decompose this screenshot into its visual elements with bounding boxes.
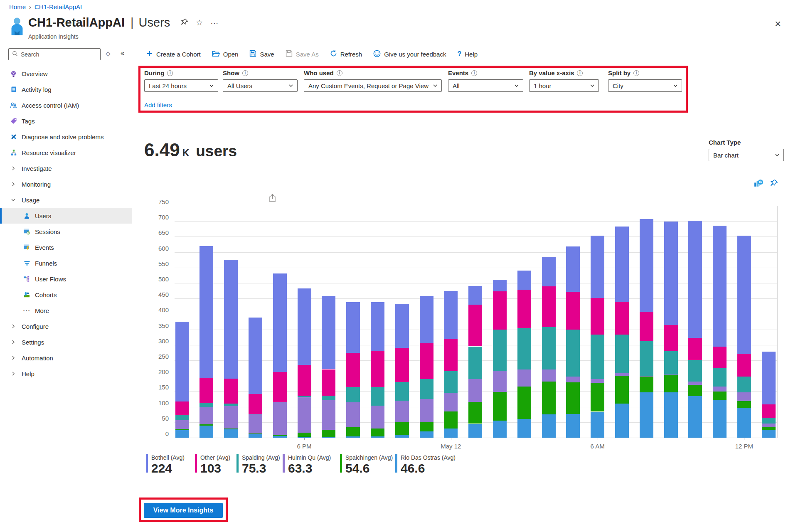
bar-segment-spalding[interactable] — [517, 328, 531, 369]
bar-segment-rio-das-ostras[interactable] — [322, 437, 335, 438]
bar-segment-other[interactable] — [517, 290, 531, 328]
sidebar-item-users[interactable]: Users — [0, 208, 132, 224]
bar-segment-rio-das-ostras[interactable] — [664, 392, 678, 438]
bar-segment-other[interactable] — [224, 379, 238, 404]
filter-dropdown-during[interactable]: Last 24 hours — [144, 79, 218, 92]
sidebar-item-diagnose-and-solve-problems[interactable]: Diagnose and solve problems — [0, 129, 132, 145]
toolbar-refresh-button[interactable]: Refresh — [330, 50, 362, 58]
sidebar-item-resource-visualizer[interactable]: Resource visualizer — [0, 145, 132, 160]
bar-segment-other[interactable] — [615, 302, 629, 335]
bar-segment-other[interactable] — [688, 338, 702, 360]
bar-segment-spalding[interactable] — [566, 330, 580, 377]
bar-segment-bothell[interactable] — [762, 352, 776, 404]
bar-segment-huimin-qu[interactable] — [762, 424, 776, 428]
bar-segment-rio-das-ostras[interactable] — [395, 435, 409, 438]
bar-segment-spaichingen[interactable] — [298, 433, 311, 437]
export-icon[interactable] — [268, 194, 276, 204]
bar-segment-rio-das-ostras[interactable] — [224, 429, 238, 438]
bar-segment-rio-das-ostras[interactable] — [737, 408, 751, 438]
info-icon[interactable]: i — [167, 70, 173, 76]
bar-segment-bothell[interactable] — [371, 302, 384, 351]
bar-segment-bothell[interactable] — [640, 219, 653, 312]
bar-segment-rio-das-ostras[interactable] — [566, 414, 580, 438]
bar-segment-spalding[interactable] — [273, 402, 287, 403]
bar-segment-spalding[interactable] — [200, 403, 213, 407]
filter-dropdown-show[interactable]: All Users — [223, 79, 298, 92]
legend-item-other-avg[interactable]: Other (Avg)103 — [195, 454, 230, 475]
sidebar-item-help[interactable]: Help — [0, 366, 132, 382]
bar-segment-spalding[interactable] — [298, 396, 311, 397]
bar-segment-huimin-qu[interactable] — [517, 369, 531, 387]
bar-segment-other[interactable] — [444, 339, 458, 371]
bar-segment-other[interactable] — [175, 401, 189, 415]
bar-segment-bothell[interactable] — [591, 236, 604, 298]
bar-segment-spalding[interactable] — [713, 368, 727, 387]
bar-segment-spaichingen[interactable] — [615, 376, 629, 404]
bar-segment-other[interactable] — [566, 292, 580, 330]
bar-segment-spalding[interactable] — [591, 335, 604, 379]
toolbar-save-button[interactable]: Save — [249, 50, 274, 58]
bar-segment-rio-das-ostras[interactable] — [493, 421, 507, 438]
bar-segment-huimin-qu[interactable] — [175, 420, 189, 429]
bar-segment-rio-das-ostras[interactable] — [420, 431, 433, 438]
bar-segment-spaichingen[interactable] — [249, 433, 262, 434]
bar-segment-bothell[interactable] — [200, 246, 213, 378]
bar-segment-spaichingen[interactable] — [395, 422, 409, 435]
guide-icon[interactable]: ◇ — [106, 50, 111, 57]
bar-segment-other[interactable] — [591, 298, 604, 335]
favorite-star-icon[interactable]: ☆ — [196, 19, 203, 27]
bar-segment-other[interactable] — [371, 351, 384, 387]
bar-segment-spaichingen[interactable] — [322, 430, 335, 437]
sidebar-item-monitoring[interactable]: Monitoring — [0, 176, 132, 192]
bar-segment-other[interactable] — [664, 325, 678, 351]
bar-segment-huimin-qu[interactable] — [493, 371, 507, 392]
bar-segment-spalding[interactable] — [420, 379, 433, 399]
bar-segment-other[interactable] — [273, 372, 287, 401]
bar-segment-huimin-qu[interactable] — [688, 382, 702, 385]
bar-segment-rio-das-ostras[interactable] — [640, 392, 653, 438]
bar-segment-spalding[interactable] — [371, 387, 384, 406]
toolbar-give-us-your-feedback-button[interactable]: Give us your feedback — [373, 50, 446, 59]
bar-segment-spalding[interactable] — [249, 414, 262, 415]
filter-dropdown-split-by[interactable]: City — [608, 79, 682, 92]
bar-segment-huimin-qu[interactable] — [371, 406, 384, 429]
bar-segment-huimin-qu[interactable] — [273, 402, 287, 434]
bar-segment-spalding[interactable] — [542, 327, 556, 370]
bar-segment-spalding[interactable] — [468, 347, 482, 379]
bar-segment-spalding[interactable] — [395, 382, 409, 401]
bar-segment-huimin-qu[interactable] — [737, 392, 751, 401]
bar-segment-bothell[interactable] — [444, 291, 458, 339]
view-more-insights-button[interactable]: View More Insights — [144, 503, 223, 518]
toolbar-save-as-button[interactable]: Save As — [286, 50, 319, 58]
bar-segment-rio-das-ostras[interactable] — [542, 414, 556, 438]
bar-segment-huimin-qu[interactable] — [249, 414, 262, 433]
toolbar-help-button[interactable]: ?Help — [457, 50, 478, 58]
bar-segment-spaichingen[interactable] — [200, 424, 213, 426]
sidebar-item-tags[interactable]: Tags — [0, 113, 132, 129]
bar-segment-spalding[interactable] — [444, 371, 458, 393]
bar-segment-other[interactable] — [249, 394, 262, 414]
collapse-sidebar-icon[interactable]: « — [121, 49, 124, 57]
bar-segment-rio-das-ostras[interactable] — [200, 426, 213, 438]
bar-segment-other[interactable] — [298, 365, 311, 396]
bar-segment-huimin-qu[interactable] — [395, 401, 409, 422]
bar-segment-bothell[interactable] — [249, 318, 262, 394]
add-filters-link[interactable]: Add filters — [144, 101, 172, 108]
sidebar-item-overview[interactable]: Overview — [0, 66, 132, 81]
bar-segment-other[interactable] — [395, 348, 409, 382]
sidebar-item-more[interactable]: ···More — [0, 303, 132, 318]
bar-segment-rio-das-ostras[interactable] — [175, 430, 189, 438]
bar-segment-rio-das-ostras[interactable] — [688, 396, 702, 438]
bar-segment-spaichingen[interactable] — [688, 385, 702, 396]
bar-segment-spalding[interactable] — [615, 335, 629, 373]
legend-item-huimin-qu-avg[interactable]: Huimin Qu (Avg)63.3 — [283, 454, 331, 475]
legend-item-bothell-avg[interactable]: Bothell (Avg)224 — [146, 454, 185, 475]
sidebar-item-activity-log[interactable]: Activity log — [0, 81, 132, 97]
bar-segment-huimin-qu[interactable] — [346, 402, 360, 427]
info-icon[interactable]: i — [337, 70, 342, 76]
bar-segment-huimin-qu[interactable] — [468, 379, 482, 402]
bar-segment-spaichingen[interactable] — [371, 429, 384, 436]
bar-segment-spaichingen[interactable] — [713, 392, 727, 400]
bar-segment-spaichingen[interactable] — [420, 422, 433, 431]
bar-segment-other[interactable] — [322, 369, 335, 396]
